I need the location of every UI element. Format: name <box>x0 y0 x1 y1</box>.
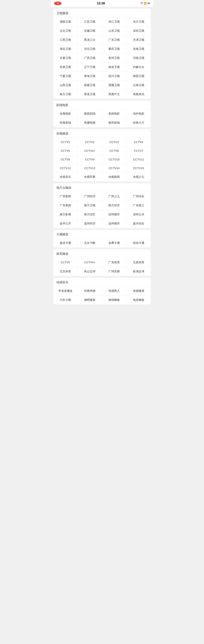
grid-item[interactable]: 南方综艺 <box>78 210 102 219</box>
grid-item[interactable]: 嘉佳卡通 <box>53 238 78 248</box>
grid-item[interactable]: 经典剧场 <box>53 118 78 127</box>
grid-item[interactable]: CCTV14 <box>102 164 126 172</box>
grid-item[interactable]: 南方经济 <box>102 201 126 210</box>
grid-item[interactable]: 南方影视 <box>53 210 78 219</box>
grid-item[interactable]: 天津卫视 <box>126 36 151 44</box>
grid-item[interactable]: 东方卫视 <box>126 17 151 26</box>
grid-item[interactable]: 贵州卫视 <box>102 54 126 63</box>
grid-item[interactable]: 央视电影 <box>53 109 78 118</box>
grid-item[interactable]: CCTV6 <box>102 146 126 155</box>
grid-item[interactable]: 山西卫视 <box>53 81 78 90</box>
grid-item[interactable]: 广东新闻 <box>53 201 78 210</box>
grid-item[interactable]: 南方卫视 <box>53 90 78 99</box>
grid-item[interactable]: 欧洲足球 <box>126 267 151 276</box>
grid-item[interactable]: 北京卫视 <box>53 26 78 36</box>
grid-item[interactable]: 伤感男人 <box>102 286 126 296</box>
grid-item[interactable]: CCTV13 <box>78 164 102 172</box>
grid-item[interactable]: CCTV3 <box>102 138 126 146</box>
grid-item[interactable]: 深圳都市 <box>102 210 126 219</box>
grid-item[interactable]: 广东卫视 <box>102 36 126 44</box>
grid-item[interactable]: 江苏卫视 <box>78 17 102 26</box>
grid-item[interactable]: 温州经济 <box>78 219 102 228</box>
grid-item[interactable]: 经典大片 <box>126 118 151 127</box>
grid-item[interactable]: 旅游卫视 <box>102 63 126 72</box>
grid-item[interactable]: 热播电视 <box>78 118 102 127</box>
grid-item[interactable]: 东南卫视 <box>126 44 151 54</box>
grid-item[interactable]: 西藏卫视 <box>102 81 126 90</box>
grid-item[interactable]: 青海卫视 <box>78 72 102 81</box>
grid-item[interactable]: 广州竞赛 <box>102 267 126 276</box>
grid-item[interactable]: 江西卫视 <box>53 36 78 44</box>
grid-item[interactable]: 广州新闻 <box>53 192 78 201</box>
grid-item[interactable]: CCTV15 <box>126 164 151 172</box>
grid-item[interactable]: 发烧慢摇 <box>126 286 151 296</box>
grid-item[interactable]: CCTV12 <box>53 164 78 172</box>
grid-item[interactable]: 河北卫视 <box>78 44 102 54</box>
grid-item[interactable]: 内蒙古台 <box>126 63 151 72</box>
grid-item[interactable]: 喜剧电影 <box>102 109 126 118</box>
grid-item[interactable]: 金华公共 <box>53 219 78 228</box>
grid-item[interactable]: 温州都市 <box>102 219 126 228</box>
grid-item[interactable]: 五星体育 <box>126 258 151 267</box>
grid-item[interactable]: 风云足球 <box>78 267 102 276</box>
grid-item[interactable]: 广东体育 <box>102 258 126 267</box>
grid-item[interactable]: 南方卫视 <box>78 201 102 210</box>
grid-item[interactable]: 央视少儿 <box>126 172 151 182</box>
grid-item[interactable]: 广西卫视 <box>78 54 102 63</box>
grid-item[interactable]: CCTV2 <box>78 138 102 146</box>
grid-item[interactable]: 宁夏卫视 <box>53 72 78 81</box>
grid-item[interactable]: 湖北卫视 <box>53 44 78 54</box>
grid-item[interactable]: CCTV5 <box>53 146 78 155</box>
grid-item[interactable]: 云南卫视 <box>126 81 151 90</box>
grid-item[interactable]: 广州综合 <box>126 192 151 201</box>
grid-item[interactable]: 黑龙江台 <box>78 36 102 44</box>
grid-item[interactable]: CCTV11 <box>126 155 151 164</box>
grid-item[interactable]: 浙江卫视 <box>102 17 126 26</box>
grid-item[interactable]: 电音舞曲 <box>126 296 151 304</box>
grid-item[interactable]: 都市剧场 <box>102 118 126 127</box>
grid-item[interactable]: 安徽卫视 <box>78 26 102 36</box>
grid-item[interactable]: 嘉兴综合 <box>126 219 151 228</box>
grid-item[interactable]: CCTV1 <box>53 138 78 146</box>
grid-item[interactable]: 广州少儿 <box>102 192 126 201</box>
grid-item[interactable]: 北京卡酷 <box>78 238 102 248</box>
grid-item[interactable]: 汽车大碟 <box>53 296 78 304</box>
grid-item[interactable]: 广东珠江 <box>126 201 151 210</box>
grid-item[interactable]: 华龙直播盒 <box>53 286 78 296</box>
grid-item[interactable]: CCTV5 <box>53 258 78 267</box>
grid-item[interactable]: 陕西卫视 <box>126 72 151 81</box>
grid-item[interactable]: 香港卫视 <box>78 90 102 99</box>
grid-item[interactable]: CCTV7 <box>126 146 151 155</box>
grid-item[interactable]: CCTV9 <box>78 155 102 164</box>
grid-item[interactable]: 湖南卫视 <box>53 17 78 26</box>
grid-item[interactable]: 河南卫视 <box>126 54 151 63</box>
grid-item[interactable]: 新疆卫视 <box>78 81 102 90</box>
grid-item[interactable]: 酒吧慢摇 <box>78 296 102 304</box>
grid-item[interactable]: 重庆卫视 <box>102 44 126 54</box>
grid-item[interactable]: 家庭剧场 <box>78 109 102 118</box>
grid-item[interactable]: 深圳公共 <box>126 210 151 219</box>
grid-item[interactable]: 金鹰卡通 <box>102 238 126 248</box>
grid-item[interactable]: 凤凰资讯 <box>126 90 151 99</box>
grid-item[interactable]: 经典串烧 <box>78 286 102 296</box>
grid-item[interactable]: CCTV5+ <box>78 146 102 155</box>
grid-item[interactable]: CCTV5+ <box>78 258 102 267</box>
grid-item[interactable]: CCTV10 <box>102 155 126 164</box>
grid-item[interactable]: 甘肃卫视 <box>53 54 78 63</box>
grid-item[interactable]: 央视音乐 <box>53 172 78 182</box>
grid-item[interactable]: 北京体育 <box>53 267 78 276</box>
grid-item[interactable]: 炫动卡通 <box>126 238 151 248</box>
grid-item[interactable]: 山东卫视 <box>102 26 126 36</box>
grid-item[interactable]: 央视军事 <box>78 172 102 182</box>
grid-item[interactable]: CCTV4 <box>126 138 151 146</box>
grid-item[interactable]: 四川卫视 <box>102 72 126 81</box>
grid-item[interactable]: 广州经济 <box>78 192 102 201</box>
grid-item[interactable]: 凤凰中文 <box>102 90 126 99</box>
grid-item[interactable]: 央视新闻 <box>102 172 126 182</box>
grid-item[interactable]: 激情舞曲 <box>102 296 126 304</box>
grid-item[interactable]: 吉林卫视 <box>53 63 78 72</box>
grid-item[interactable]: CCTV8 <box>53 155 78 164</box>
grid-item[interactable]: 深圳卫视 <box>126 26 151 36</box>
grid-item[interactable]: 动作电影 <box>126 109 151 118</box>
grid-item[interactable]: 辽宁卫视 <box>78 63 102 72</box>
